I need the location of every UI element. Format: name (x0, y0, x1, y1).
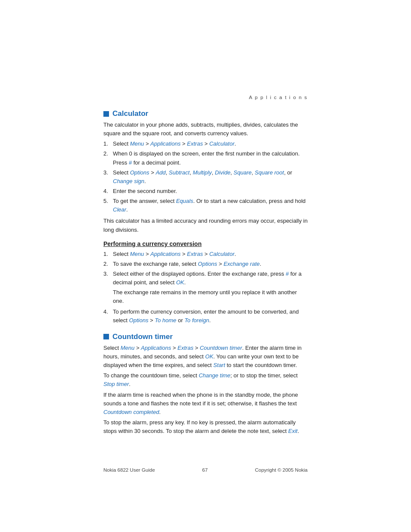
link-start[interactable]: Start (213, 362, 225, 368)
currency-step-1: 1. Select Menu > Applications > Extras >… (103, 250, 308, 258)
calculator-footer: This calculator has a limited accuracy a… (103, 217, 308, 234)
link-options-3[interactable]: Options (129, 317, 149, 324)
page-header: A p p l i c a t i o n s (0, 0, 411, 100)
countdown-para1: Select Menu > Applications > Extras > Co… (103, 344, 308, 370)
currency-section-title: Performing a currency conversion (103, 240, 308, 247)
link-multiply[interactable]: Multiply (193, 169, 212, 176)
page-footer: Nokia 6822 User Guide 67 Copyright © 200… (0, 467, 411, 473)
link-to-home[interactable]: To home (155, 317, 176, 324)
link-applications-3[interactable]: Applications (141, 345, 171, 351)
link-subtract[interactable]: Subtract (169, 169, 190, 176)
link-extras-2[interactable]: Extras (187, 251, 203, 257)
calculator-step-3: 3. Select Options > Add, Subtract, Multi… (103, 168, 308, 186)
countdown-para4: To stop the alarm, press any key. If no … (103, 418, 308, 436)
link-clear[interactable]: Clear (113, 206, 126, 213)
calculator-icon (103, 111, 109, 117)
link-stop-timer[interactable]: Stop timer (103, 381, 129, 387)
link-exchange-rate[interactable]: Exchange rate (224, 261, 260, 267)
link-menu-1[interactable]: Menu (130, 140, 144, 147)
link-countdown-timer[interactable]: Countdown timer (200, 345, 242, 351)
link-ok-1[interactable]: OK (176, 279, 184, 286)
footer-center: 67 (202, 467, 208, 473)
link-equals[interactable]: Equals (176, 198, 193, 204)
link-hash-1[interactable]: # (129, 159, 132, 166)
link-hash-2[interactable]: # (286, 271, 289, 277)
countdown-para2: To change the countdown time, select Cha… (103, 371, 308, 389)
calculator-intro: The calculator in your phone adds, subtr… (103, 121, 308, 138)
currency-exchange-note: The exchange rate remains in the memory … (103, 288, 308, 305)
page: A p p l i c a t i o n s Calculator The c… (0, 0, 411, 532)
link-countdown-completed[interactable]: Countdown completed (103, 409, 159, 415)
calculator-step-2: 2. When 0 is displayed on the screen, en… (103, 149, 308, 167)
link-add[interactable]: Add (156, 169, 165, 176)
calculator-heading: Calculator (112, 109, 148, 118)
link-menu-2[interactable]: Menu (130, 251, 144, 257)
countdown-heading: Countdown timer (112, 333, 173, 341)
link-options-1[interactable]: Options (130, 169, 149, 176)
link-applications-1[interactable]: Applications (150, 140, 181, 147)
countdown-section-title: Countdown timer (103, 333, 308, 341)
calculator-section-title: Calculator (103, 109, 308, 118)
link-extras-1[interactable]: Extras (187, 140, 203, 147)
countdown-icon (103, 334, 109, 339)
main-content: Calculator The calculator in your phone … (0, 100, 411, 454)
footer-left: Nokia 6822 User Guide (103, 467, 155, 473)
link-options-2[interactable]: Options (198, 261, 217, 267)
link-divide[interactable]: Divide (215, 169, 230, 176)
link-menu-3[interactable]: Menu (121, 345, 135, 351)
calculator-step-5: 5. To get the answer, select Equals. Or … (103, 197, 308, 214)
link-change-time[interactable]: Change time (199, 372, 230, 379)
calculator-step-4: 4. Enter the second number. (103, 187, 308, 196)
link-applications-2[interactable]: Applications (150, 251, 181, 257)
link-ok-2[interactable]: OK (205, 353, 213, 360)
link-calculator-2[interactable]: Calculator (209, 251, 235, 257)
link-calculator-1[interactable]: Calculator (209, 140, 235, 147)
section-label: A p p l i c a t i o n s (249, 95, 308, 100)
link-changesign[interactable]: Change sign (113, 178, 144, 184)
calculator-step-1: 1. Select Menu > Applications > Extras >… (103, 140, 308, 148)
currency-step-3: 3. Select either of the displayed option… (103, 270, 308, 287)
currency-step-4: 4. To perform the currency conversion, e… (103, 308, 308, 325)
link-extras-3[interactable]: Extras (177, 345, 193, 351)
footer-right: Copyright © 2005 Nokia (255, 467, 308, 473)
currency-step-2: 2. To save the exchange rate, select Opt… (103, 260, 308, 268)
link-squareroot[interactable]: Square root (255, 169, 284, 176)
link-to-foreign[interactable]: To foreign (184, 317, 209, 324)
countdown-para3: If the alarm time is reached when the ph… (103, 391, 308, 417)
link-exit[interactable]: Exit (288, 428, 298, 434)
link-square[interactable]: Square (234, 169, 252, 176)
